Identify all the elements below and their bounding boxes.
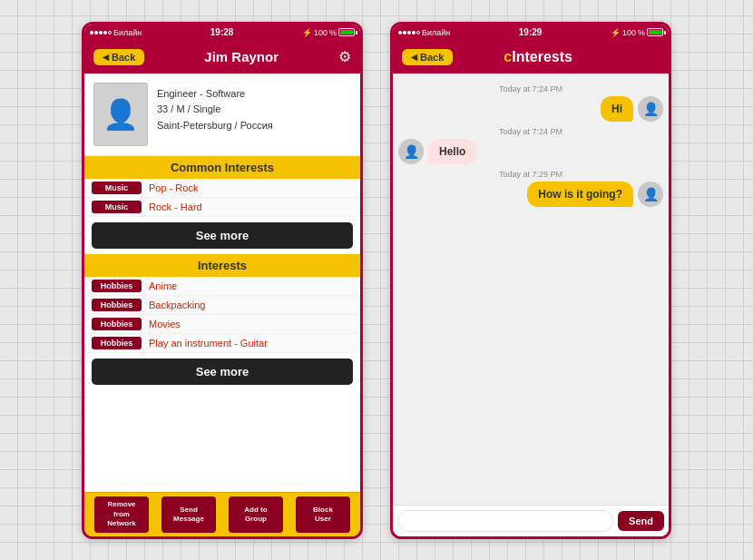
interest-tag-1: Hobbies [92,299,142,311]
interest-row-0: Hobbies Anime [84,277,360,296]
status-bar-1: Билайн 19:28 ⚡ 100% [84,25,360,41]
interest-value-1: Backpacking [149,300,205,310]
battery-pct-1: 100 [314,28,328,37]
gender: M [176,103,184,114]
common-value-0: Pop - Rock [149,182,198,193]
time-2: 19:29 [519,27,543,37]
action-bar: Remove fromNetwork SendMessage Add toGro… [84,492,360,535]
job-title: Engineer - Software [157,86,273,103]
chat-avatar-right-0: 👤 [638,96,663,122]
status: Single [193,103,221,114]
demographics: 33 / M / Single [157,102,273,118]
timestamp-1: Today at 7:24 PM [398,127,663,136]
status-right-2: ⚡ 100% [611,28,663,37]
see-more-interests-button[interactable]: See more [92,359,353,385]
bubble-2: How is it going? [527,182,633,207]
back-button-1[interactable]: Back [93,49,144,65]
interest-tag-2: Hobbies [92,318,142,330]
dot-4 [103,31,107,34]
carrier-1: Билайн [113,28,142,37]
phone-profile: Билайн 19:28 ⚡ 100% Back Jim Raynor ⚙ 👤 … [82,22,363,539]
dot2-2 [403,31,406,34]
avatar-icon: 👤 [103,97,139,132]
dot-2 [94,31,98,34]
dot2-1 [398,31,402,34]
battery-fill-2 [649,30,661,34]
remove-from-network-button[interactable]: Remove fromNetwork [94,496,149,532]
nav-bar-1: Back Jim Raynor ⚙ [84,41,360,74]
common-interest-row-0: Music Pop - Rock [84,179,360,198]
status-bar-2: Билайн 19:29 ⚡ 100% [393,25,669,41]
dot-1 [90,31,93,34]
see-more-common-button[interactable]: See more [92,222,353,249]
interest-value-2: Movies [149,319,181,329]
timestamp-0: Today at 7:24 PM [398,84,663,93]
interest-row-3: Hobbies Play an instrument - Guitar [84,334,360,353]
chat-avatar-right-2: 👤 [638,182,663,207]
carrier-2: Билайн [422,28,450,37]
interest-row-2: Hobbies Movies [84,315,360,334]
settings-icon-1[interactable]: ⚙ [338,48,351,65]
logo-c: c [504,49,512,64]
chat-row-1: 👤 Hello [398,139,663,164]
dot2-4 [412,31,416,34]
send-message-button[interactable]: SendMessage [161,496,216,532]
logo-rest: Interests [512,49,572,64]
common-interest-row-1: Music Rock - Hard [84,198,360,217]
common-tag-1: Music [92,201,142,213]
chat-content: Today at 7:24 PM Hi 👤 Today at 7:24 PM 👤… [393,74,669,505]
battery-text-2: ⚡ [611,28,621,37]
nav-bar-2: Back cInterests [393,41,669,74]
interest-value-0: Anime [149,280,177,291]
profile-section: 👤 Engineer - Software 33 / M / Single Sa… [84,74,360,156]
phone-chat: Билайн 19:29 ⚡ 100% Back cInterests Toda… [390,22,671,539]
dot-5 [108,31,112,34]
common-interests-header: Common Interests [84,156,360,179]
battery-text-1: ⚡ [302,28,312,37]
profile-info: Engineer - Software 33 / M / Single Sain… [157,83,273,146]
signal-dots-1 [90,31,112,34]
dot2-3 [407,31,411,34]
status-left-1: Билайн [90,28,142,37]
battery-fill-1 [340,30,353,34]
chat-input-field[interactable] [397,510,613,532]
battery-pct-2: 100 [622,28,636,37]
chat-row-0: Hi 👤 [398,96,663,122]
common-value-1: Rock - Hard [149,201,202,212]
battery-icon-1 [338,28,355,36]
dot-3 [99,31,103,34]
avatar: 👤 [93,83,148,146]
battery-icon-2 [647,28,663,36]
add-to-group-button[interactable]: Add toGroup [229,496,283,532]
signal-dots-2 [398,31,420,34]
bubble-0: Hi [601,96,633,122]
interest-row-1: Hobbies Backpacking [84,296,360,315]
back-button-2[interactable]: Back [402,49,453,65]
common-tag-0: Music [92,182,142,194]
location: Saint-Petersburg / Россия [157,118,273,134]
status-left-2: Билайн [398,28,450,37]
interests-header: Interests [84,254,360,277]
chat-avatar-left-1: 👤 [398,139,424,164]
chat-input-bar: Send [393,505,669,536]
send-button[interactable]: Send [618,511,664,531]
interest-tag-0: Hobbies [92,280,142,292]
interest-value-3: Play an instrument - Guitar [149,338,268,349]
nav-title-1: Jim Raynor [204,49,279,64]
bubble-1: Hello [428,139,476,164]
app-logo: cInterests [504,49,572,65]
block-user-button[interactable]: BlockUser [296,496,350,532]
status-right-1: ⚡ 100% [302,28,355,37]
chat-row-2: How is it going? 👤 [398,182,663,207]
profile-content: 👤 Engineer - Software 33 / M / Single Sa… [84,74,360,493]
age: 33 [157,103,168,114]
interest-tag-3: Hobbies [92,337,142,349]
timestamp-2: Today at 7:29 PM [398,170,663,179]
dot2-5 [416,31,420,34]
time-1: 19:28 [210,27,234,37]
